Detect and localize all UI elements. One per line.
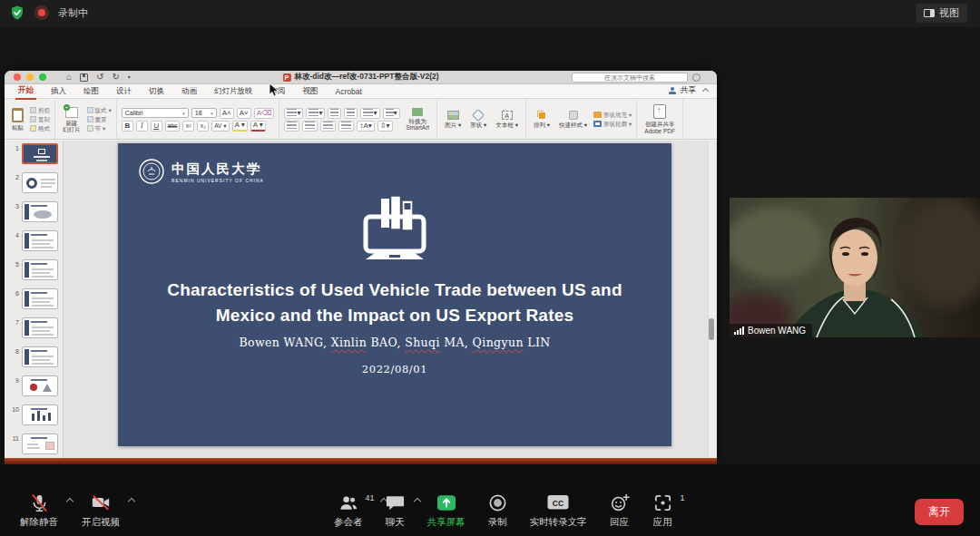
ribbon-collapse-icon[interactable] <box>702 87 709 93</box>
align-right-button[interactable] <box>320 121 336 132</box>
slide-thumbnail-10[interactable] <box>22 404 58 425</box>
textbox-button[interactable]: A 文本框 ▾ <box>493 110 521 129</box>
ppt-work-area: 123456789101112 中国人民大学 RENMIN UNIVERSITY… <box>5 141 717 458</box>
clear-formatting-button[interactable]: A⌫ <box>254 108 275 119</box>
start-video-button[interactable]: 开启视频 <box>82 492 120 529</box>
slide-thumbnail-1[interactable] <box>22 143 58 164</box>
underline-button[interactable]: U <box>151 121 162 132</box>
quick-access-toolbar: ⌂ ↺ ↻ ▾ <box>66 73 131 82</box>
slide-thumbnail-4[interactable] <box>22 230 58 251</box>
text-direction-button[interactable]: ↕A▾ <box>357 121 374 132</box>
window-close-button[interactable] <box>14 73 21 81</box>
highlight-color-button[interactable]: A ▾ <box>232 121 248 132</box>
window-zoom-button[interactable] <box>39 73 46 81</box>
create-share-pdf-button[interactable]: 创建并共享Adobe PDF <box>642 103 678 135</box>
slide-thumbnail-8[interactable] <box>22 346 58 367</box>
line-spacing-button[interactable]: ▾ <box>360 108 379 119</box>
arrange-button[interactable]: 排列 ▾ <box>531 110 553 129</box>
shrink-font-button[interactable]: A˅ <box>237 108 251 119</box>
save-icon[interactable] <box>80 73 88 82</box>
slide-thumbnail-9[interactable] <box>22 375 58 396</box>
current-slide[interactable]: 中国人民大学 RENMIN UNIVERSITY OF CHINA Charac… <box>118 143 671 446</box>
format-painter-button[interactable]: 格式 <box>30 125 50 132</box>
copy-button[interactable]: 复制 <box>30 116 50 123</box>
leave-meeting-button[interactable]: 离开 <box>915 499 964 525</box>
account-icon[interactable] <box>692 73 701 82</box>
font-size-select[interactable]: 18▾ <box>191 108 217 118</box>
security-shield-icon[interactable] <box>9 5 25 21</box>
scrollbar-handle[interactable] <box>709 318 714 340</box>
qat-more-icon[interactable]: ▾ <box>128 73 131 82</box>
columns-button[interactable]: ▾ <box>383 108 400 119</box>
convert-smartart-button[interactable]: 转换为SmartArt <box>404 107 433 132</box>
justify-button[interactable] <box>338 121 354 132</box>
slide-thumbnail-7[interactable] <box>22 317 58 338</box>
start-video-chevron-up-icon[interactable] <box>128 498 135 505</box>
cut-button[interactable]: 剪切 <box>30 107 50 114</box>
align-left-button[interactable] <box>284 121 299 132</box>
ribbon-tab-设计[interactable]: 设计 <box>113 84 134 99</box>
new-slide-button[interactable]: 新建幻灯片 <box>60 106 83 133</box>
paste-button[interactable]: 粘贴 <box>9 107 26 132</box>
slide-thumbnail-3[interactable] <box>22 201 58 222</box>
picture-button[interactable]: 图片 ▾ <box>442 110 464 129</box>
share-button[interactable]: 共享 <box>669 85 708 96</box>
bullets-button[interactable]: ▾ <box>284 108 303 119</box>
shape-fill-button[interactable]: 形状填充 ▾ <box>593 112 632 119</box>
live-transcription-button[interactable]: CC实时转录文字 <box>530 492 587 529</box>
recording-status: 录制中 <box>9 5 88 21</box>
slide-thumbnail-11[interactable] <box>22 434 58 454</box>
participants-button[interactable]: 参会者41 <box>334 492 363 529</box>
view-button[interactable]: 视图 <box>916 4 967 23</box>
share-screen-button[interactable]: 共享屏幕 <box>427 492 466 529</box>
quick-styles-button[interactable]: 快速样式 ▾ <box>556 110 590 129</box>
layout-button[interactable]: 版式 ▾ <box>87 107 112 114</box>
unmute-label: 解除静音 <box>20 516 58 529</box>
strikethrough-button[interactable]: abc <box>165 121 180 132</box>
superscript-button[interactable]: x² <box>182 121 194 132</box>
ribbon-tab-开始[interactable]: 开始 <box>15 83 36 100</box>
increase-indent-button[interactable] <box>344 108 358 119</box>
apps-button[interactable]: 应用1 <box>652 492 673 529</box>
undo-icon[interactable]: ↺ <box>96 73 103 82</box>
subscript-button[interactable]: x₂ <box>197 121 209 132</box>
section-button[interactable]: 节 ▾ <box>87 125 112 132</box>
paragraph-group: ▾ ▾ ▾ ▾ ↕A▾ ⇳▾ 转换为SmartArt <box>279 100 437 139</box>
ribbon-tab-视图[interactable]: 视图 <box>300 84 321 99</box>
font-color-button[interactable]: A ▾ <box>250 121 266 132</box>
chat-button[interactable]: 聊天 <box>385 492 406 529</box>
reset-button[interactable]: 重置 <box>87 116 112 123</box>
bold-button[interactable]: B <box>122 121 133 132</box>
font-name-select[interactable]: Calibri▾ <box>122 108 189 118</box>
participant-video[interactable]: Bowen WANG <box>730 198 980 337</box>
ribbon-tab-动画[interactable]: 动画 <box>179 84 200 99</box>
ribbon-tab-插入[interactable]: 插入 <box>48 84 69 99</box>
slide-thumbnail-2[interactable] <box>22 172 58 193</box>
record-button[interactable]: 录制 <box>487 492 508 529</box>
ribbon-tab-切换[interactable]: 切换 <box>146 84 167 99</box>
align-center-button[interactable] <box>302 121 318 132</box>
ribbon-tab-Acrobat[interactable]: Acrobat <box>333 85 365 98</box>
home-icon[interactable]: ⌂ <box>66 73 72 82</box>
canvas-scrollbar[interactable] <box>708 141 716 458</box>
shape-outline-button[interactable]: 形状轮廓 ▾ <box>593 121 632 128</box>
slide-thumbnail-6[interactable] <box>22 288 58 309</box>
ribbon-tab-幻灯片放映[interactable]: 幻灯片放映 <box>211 84 256 99</box>
numbering-button[interactable]: ▾ <box>306 108 325 119</box>
redo-icon[interactable]: ↻ <box>112 73 119 82</box>
slide-thumbnail-5[interactable] <box>22 259 58 280</box>
italic-button[interactable]: I <box>136 121 148 132</box>
chat-chevron-up-icon[interactable] <box>413 498 420 505</box>
ribbon-tab-绘图[interactable]: 绘图 <box>81 84 102 99</box>
unmute-chevron-up-icon[interactable] <box>66 498 74 505</box>
reactions-button[interactable]: 回应 <box>609 492 631 529</box>
grow-font-button[interactable]: A˄ <box>220 108 234 119</box>
character-spacing-button[interactable]: AV ▾ <box>211 121 229 132</box>
presentation-search-input[interactable] <box>572 73 688 83</box>
decrease-indent-button[interactable] <box>328 108 341 119</box>
shapes-button[interactable]: 形状 ▾ <box>467 110 489 129</box>
unmute-button[interactable]: 解除静音 <box>20 492 58 529</box>
camera-off-icon <box>90 492 112 513</box>
align-text-button[interactable]: ⇳▾ <box>377 121 393 132</box>
window-minimize-button[interactable] <box>26 73 34 81</box>
